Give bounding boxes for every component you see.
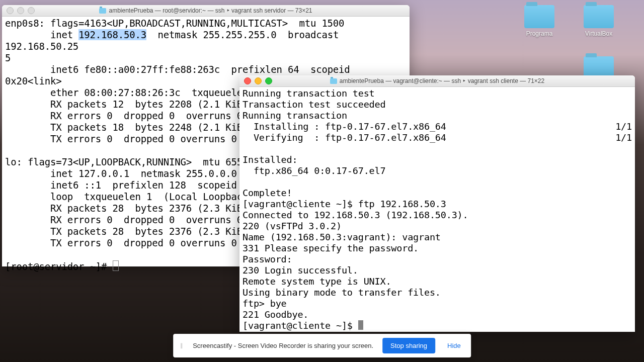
stop-sharing-button[interactable]: Stop sharing [382, 338, 435, 353]
icon-label: Programa [519, 30, 559, 37]
window-title: ambientePrueba — vagrant@cliente:~ — ssh… [239, 77, 635, 84]
zoom-icon[interactable] [265, 77, 272, 84]
folder-icon [524, 5, 554, 28]
screenshare-text: Screencastify - Screen Video Recorder is… [193, 342, 373, 349]
titlebar[interactable]: ambientePrueba — vagrant@cliente:~ — ssh… [239, 75, 635, 87]
drag-handle-icon[interactable]: ∥ [180, 342, 184, 349]
traffic-lights [239, 77, 272, 84]
folder-icon [584, 5, 614, 28]
desktop: Programa VirtualBox ambientePrueba — roo… [0, 0, 644, 362]
close-icon[interactable] [7, 7, 14, 14]
desktop-folder-programa[interactable]: Programa [519, 5, 559, 37]
folder-icon [99, 8, 106, 14]
screenshare-bar[interactable]: ∥ Screencastify - Screen Video Recorder … [173, 334, 471, 357]
titlebar[interactable]: ambientePrueba — root@servidor:~ — ssh ‣… [2, 5, 410, 17]
hide-button[interactable]: Hide [444, 341, 464, 350]
icon-label: VirtualBox [579, 30, 619, 37]
minimize-icon[interactable] [255, 77, 262, 84]
traffic-lights [2, 7, 35, 14]
terminal-cliente[interactable]: ambientePrueba — vagrant@cliente:~ — ssh… [239, 75, 635, 332]
terminal-output[interactable]: Running transaction test Transaction tes… [239, 87, 635, 332]
minimize-icon[interactable] [17, 7, 24, 14]
zoom-icon[interactable] [28, 7, 35, 14]
desktop-folder-virtualbox[interactable]: VirtualBox [579, 5, 619, 37]
window-title: ambientePrueba — root@servidor:~ — ssh ‣… [2, 7, 410, 14]
close-icon[interactable] [244, 77, 251, 84]
folder-icon [330, 78, 337, 84]
